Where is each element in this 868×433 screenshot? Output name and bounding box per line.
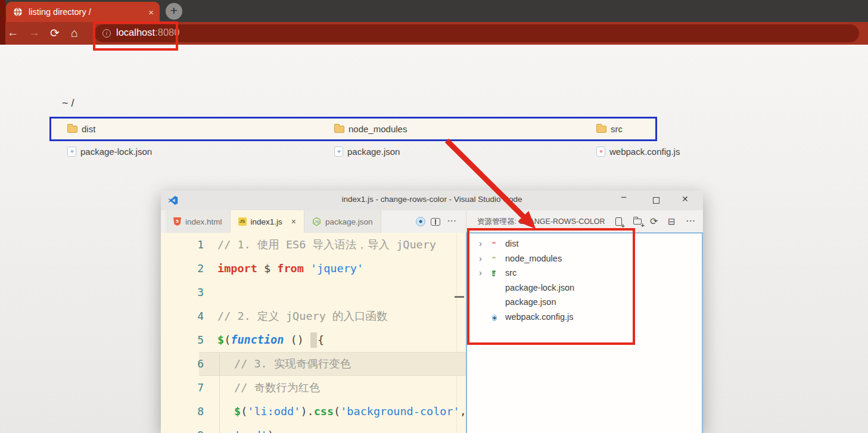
new-folder-icon[interactable] [633, 219, 642, 225]
tree-item-label: node_modules [505, 254, 562, 263]
file-name: package-lock.json [80, 147, 152, 157]
collapse-folders-icon[interactable]: ⊟ [668, 216, 676, 227]
line-number: 8 [161, 400, 204, 423]
preview-action-icon[interactable]: ◆ [416, 217, 425, 226]
tree-item-label: package-lock.json [505, 283, 574, 292]
url-text: localhost:8080 [116, 27, 179, 38]
code-text: // 3. 实现奇偶行变色 [234, 352, 351, 376]
listing-folder-src[interactable]: src [596, 123, 623, 135]
line-number: 2 [161, 257, 204, 281]
explorer-header: 资源管理器: CHANGE-ROWS-COLOR ⟳ ⊟ ⋯ [466, 210, 703, 233]
tab-label: index.html [185, 217, 222, 226]
listing-path-header[interactable]: ~ / [62, 97, 74, 110]
line-number: 6 [161, 352, 204, 376]
file-name: webpack.config.js [609, 147, 680, 157]
maximize-button[interactable] [653, 197, 659, 204]
tab-close-icon[interactable]: × [291, 217, 296, 226]
folder-name: src [611, 124, 623, 134]
chevron-right-icon[interactable]: › [479, 266, 486, 279]
code-text: // 2. 定义 jQuery 的入口函数 [217, 304, 387, 328]
new-file-icon[interactable] [615, 217, 622, 226]
tree-item-package-lock.json[interactable]: JSpackage-lock.json [467, 281, 702, 295]
code-line-3[interactable]: 3 [161, 281, 466, 304]
code-editor[interactable]: 1// 1. 使用 ES6 导入语法，导入 jQuery2import $ fr… [161, 233, 466, 433]
code-line-6[interactable]: 6// 3. 实现奇偶行变色 [161, 352, 466, 376]
text-cursor [310, 332, 317, 348]
folder-icon [67, 126, 77, 133]
html-file-icon: 5 [173, 217, 181, 226]
line-number: 1 [161, 233, 204, 257]
close-button[interactable]: ✕ [682, 194, 689, 204]
code-line-4[interactable]: 4// 2. 定义 jQuery 的入口函数 [161, 304, 466, 328]
line-number: 9 [161, 423, 204, 433]
folder-name: node_modules [349, 124, 407, 134]
chevron-right-icon[interactable]: › [479, 237, 486, 250]
explorer-more-icon[interactable]: ⋯ [686, 215, 695, 226]
reload-icon[interactable]: ⟳ [50, 26, 60, 40]
new-tab-button[interactable]: + [166, 3, 182, 20]
tab-close-icon[interactable]: × [148, 7, 154, 17]
tree-item-dist[interactable]: ›dist [467, 236, 702, 251]
code-line-8[interactable]: 8$('li:odd').css('background-color', [161, 400, 466, 423]
chevron-right-icon[interactable]: › [479, 252, 486, 265]
code-line-2[interactable]: 2import $ from 'jquery' [161, 257, 466, 281]
code-line-1[interactable]: 1// 1. 使用 ES6 导入语法，导入 jQuery [161, 233, 466, 257]
url-host: localhost [116, 27, 155, 38]
line-number: 4 [161, 304, 204, 328]
folder-icon [334, 126, 344, 133]
browser-tab[interactable]: listing directory / × [6, 2, 160, 22]
split-editor-icon[interactable] [431, 218, 440, 226]
globe-icon [13, 7, 23, 17]
minimize-button[interactable]: − [621, 192, 627, 204]
file-name: package.json [347, 147, 400, 157]
code-file-icon [596, 147, 605, 157]
listing-folder-dist[interactable]: dist [67, 123, 95, 135]
explorer-header-title: 资源管理器: CHANGE-ROWS-COLOR [477, 217, 605, 227]
tree-item-node_modules[interactable]: ›node_modules [467, 251, 702, 266]
tree-item-label: package.json [505, 297, 556, 307]
tab-index1-js[interactable]: JS index1.js × [231, 210, 304, 233]
vscode-title-bar[interactable]: index1.js - change-rows-color - Visual S… [161, 191, 703, 210]
url-port: :8080 [155, 27, 179, 38]
tab-package-json[interactable]: JS package.json [304, 210, 381, 233]
browser-window-edge [0, 0, 5, 45]
browser-tab-title: listing directory / [29, 7, 91, 17]
code-text: 'red') [234, 423, 274, 433]
editor-tab-bar: 5 index.html JS index1.js × JS package.j… [161, 210, 466, 233]
vscode-window: index1.js - change-rows-color - Visual S… [161, 191, 703, 433]
address-bar[interactable]: i localhost:8080 [94, 24, 859, 42]
code-file-icon [67, 147, 76, 157]
refresh-explorer-icon[interactable]: ⟳ [650, 216, 658, 227]
tree-item-label: dist [505, 239, 519, 248]
node-file-icon: JS [312, 217, 321, 226]
tab-index-html[interactable]: 5 index.html [166, 210, 231, 233]
listing-folder-node_modules[interactable]: node_modules [334, 123, 407, 135]
tree-item-src[interactable]: ›‹›src [467, 266, 702, 280]
line-number: 3 [161, 281, 204, 304]
listing-file-webpack.config.js[interactable]: webpack.config.js [596, 145, 680, 157]
line-number: 7 [161, 376, 204, 400]
code-line-9[interactable]: 9'red') [161, 423, 466, 433]
tree-item-label: webpack.config.js [505, 312, 573, 322]
tab-label: package.json [325, 217, 373, 226]
listing-file-package-lock.json[interactable]: package-lock.json [67, 145, 152, 157]
code-text: $(function () { [217, 328, 324, 352]
tree-item-package.json[interactable]: JSpackage.json [467, 295, 702, 309]
editor-more-actions-icon[interactable]: ⋯ [447, 215, 456, 226]
code-file-icon [334, 147, 343, 157]
js-file-icon: JS [238, 217, 247, 226]
tree-item-label: src [505, 268, 517, 278]
file-type-icon: ‹› [492, 268, 495, 278]
indent-guide [219, 354, 220, 433]
home-icon[interactable]: ⌂ [71, 26, 78, 40]
site-info-icon[interactable]: i [102, 29, 111, 38]
code-line-5[interactable]: 5$(function () { [161, 328, 466, 352]
folder-name: dist [82, 124, 95, 134]
back-icon[interactable]: ← [7, 26, 18, 39]
tree-item-webpack.config.js[interactable]: ◆webpack.config.js [467, 310, 702, 324]
screenshot-root: listing directory / × + ← → ⟳ ⌂ i localh… [0, 0, 868, 433]
listing-file-package.json[interactable]: package.json [334, 145, 400, 157]
code-line-7[interactable]: 7// 奇数行为红色 [161, 376, 466, 400]
forward-icon: → [29, 26, 40, 39]
code-text: $('li:odd').css('background-color', [234, 400, 466, 423]
